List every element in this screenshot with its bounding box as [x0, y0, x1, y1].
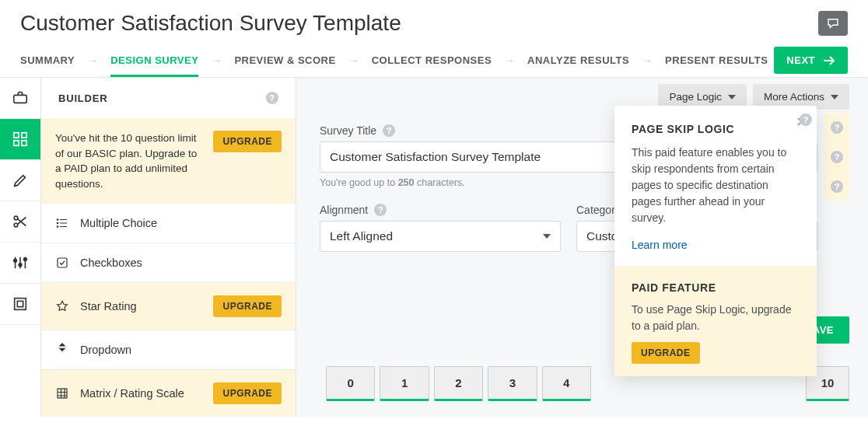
sliders-icon — [12, 254, 29, 271]
rail-layout[interactable] — [0, 284, 40, 325]
caret-down-icon — [543, 234, 551, 239]
learn-more-link[interactable]: Learn more — [632, 239, 688, 251]
svg-rect-10 — [15, 299, 26, 310]
qtype-multiple-choice[interactable]: Multiple Choice — [41, 204, 296, 243]
help-icon[interactable]: ? — [383, 124, 395, 137]
help-icon[interactable]: ? — [831, 151, 843, 163]
qtype-checkboxes[interactable]: Checkboxes — [41, 243, 296, 283]
svg-rect-3 — [14, 141, 19, 145]
tab-analyze-results[interactable]: ANALYZE RESULTS — [527, 44, 629, 77]
builder-panel: BUILDER ? You've hit the 10 question lim… — [41, 78, 296, 417]
limit-banner-text: You've hit the 10 question limit of our … — [55, 131, 204, 191]
dropdown-icon — [55, 343, 69, 357]
svg-point-14 — [57, 226, 58, 228]
nps-option-1[interactable]: 1 — [380, 366, 429, 401]
svg-point-7 — [14, 259, 17, 262]
survey-canvas: Page Logic More Actions ? ? ? ? Survey T… — [296, 78, 868, 417]
builder-title: BUILDER — [58, 93, 107, 104]
side-help-chips: ? ? ? — [824, 113, 849, 201]
arrow-right-icon — [823, 56, 835, 65]
popover-body: This paid feature enables you to skip re… — [632, 145, 800, 226]
wizard-tabs: SUMMARY → DESIGN SURVEY → PREVIEW & SCOR… — [0, 44, 868, 78]
caret-down-icon — [728, 95, 736, 100]
paid-feature-title: PAID FEATURE — [632, 281, 800, 294]
chevron-right-icon: → — [87, 54, 98, 67]
next-button[interactable]: NEXT — [774, 47, 848, 74]
matrix-icon — [55, 386, 69, 400]
question-limit-banner: You've hit the 10 question limit of our … — [41, 118, 296, 204]
rail-logic[interactable] — [0, 201, 40, 243]
help-icon[interactable]: ? — [800, 113, 812, 126]
svg-point-8 — [19, 264, 22, 267]
qtype-dropdown[interactable]: Dropdown — [41, 330, 296, 370]
page-logic-label: Page Logic — [669, 91, 722, 103]
svg-point-9 — [24, 258, 27, 261]
qtype-label: Matrix / Rating Scale — [80, 387, 184, 400]
qtype-label: Checkboxes — [80, 257, 142, 269]
alignment-label: Alignment — [320, 204, 368, 216]
blocks-icon — [12, 131, 29, 148]
svg-rect-15 — [58, 258, 67, 267]
upgrade-button[interactable]: UPGRADE — [632, 342, 700, 364]
nps-option-2[interactable]: 2 — [434, 366, 483, 401]
layout-icon — [12, 295, 29, 313]
chevron-right-icon: → — [348, 54, 359, 67]
toolbox-icon — [12, 89, 29, 106]
caret-down-icon — [831, 95, 838, 100]
star-icon — [55, 299, 69, 313]
tab-summary[interactable]: SUMMARY — [20, 44, 75, 77]
page-title: Customer Satisfaction Survey Template — [20, 11, 401, 36]
svg-point-12 — [57, 219, 58, 221]
paid-feature-body: To use Page Skip Logic, upgrade to a pai… — [632, 302, 800, 334]
page-skip-logic-popover: ✕ PAGE SKIP LOGIC This paid feature enab… — [614, 106, 817, 376]
svg-rect-16 — [58, 389, 67, 398]
help-icon[interactable]: ? — [831, 180, 843, 193]
nps-option-3[interactable]: 3 — [488, 366, 537, 401]
svg-point-13 — [57, 223, 58, 225]
qtype-matrix[interactable]: Matrix / Rating Scale UPGRADE — [41, 370, 296, 417]
svg-rect-2 — [22, 133, 26, 138]
rail-edit[interactable] — [0, 160, 40, 201]
alignment-value: Left Aligned — [330, 229, 393, 243]
chevron-right-icon: → — [642, 54, 653, 67]
svg-rect-1 — [14, 133, 19, 138]
checkbox-icon — [55, 256, 69, 270]
tab-present-results[interactable]: PRESENT RESULTS — [665, 44, 768, 77]
nps-option-4[interactable]: 4 — [542, 366, 591, 401]
rail-options[interactable] — [0, 243, 40, 284]
survey-title-label: Survey Title — [320, 124, 376, 137]
next-button-label: NEXT — [786, 54, 815, 66]
help-icon[interactable]: ? — [374, 204, 387, 216]
tab-design-survey[interactable]: DESIGN SURVEY — [110, 44, 198, 77]
qtype-label: Star Rating — [80, 300, 137, 313]
tab-preview-score[interactable]: PREVIEW & SCORE — [234, 44, 335, 77]
pencil-icon — [12, 172, 29, 189]
rail-builder[interactable] — [0, 119, 40, 160]
svg-rect-0 — [14, 95, 27, 103]
qtype-star-rating[interactable]: Star Rating UPGRADE — [41, 283, 296, 330]
upgrade-button[interactable]: UPGRADE — [213, 131, 282, 152]
help-icon[interactable]: ? — [266, 92, 278, 104]
qtype-label: Multiple Choice — [80, 217, 157, 229]
chevron-right-icon: → — [504, 54, 515, 67]
alignment-select[interactable]: Left Aligned — [320, 221, 561, 252]
svg-rect-4 — [22, 141, 26, 145]
scissors-icon — [12, 213, 29, 230]
chat-bubble-icon — [826, 16, 840, 30]
rail-toolbox[interactable] — [0, 78, 40, 119]
chevron-right-icon: → — [211, 54, 222, 67]
upgrade-button[interactable]: UPGRADE — [213, 382, 282, 404]
list-icon — [55, 216, 69, 230]
more-actions-label: More Actions — [764, 91, 824, 103]
tab-collect-responses[interactable]: COLLECT RESPONSES — [372, 44, 492, 77]
upgrade-button[interactable]: UPGRADE — [213, 295, 282, 317]
popover-title: PAGE SKIP LOGIC — [632, 123, 800, 135]
qtype-label: Dropdown — [80, 344, 131, 356]
svg-rect-11 — [17, 301, 23, 306]
nps-option-0[interactable]: 0 — [326, 366, 375, 401]
left-icon-rail — [0, 78, 41, 417]
help-icon[interactable]: ? — [831, 121, 843, 134]
feedback-button[interactable] — [818, 11, 848, 36]
